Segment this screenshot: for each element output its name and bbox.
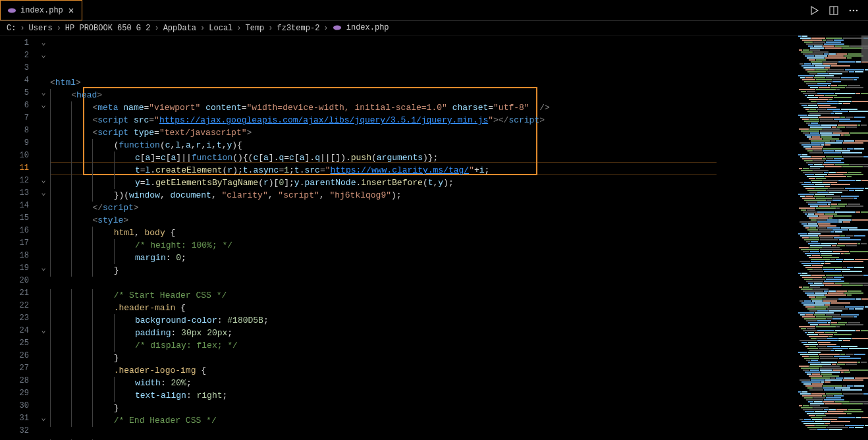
line-number: 30 [0,400,37,412]
code-line[interactable]: })(window, document, "clarity", "script"… [50,189,796,202]
code-line[interactable]: } [50,264,796,277]
fold-toggle [37,425,50,437]
breadcrumb-segment[interactable]: Users [29,24,53,33]
code-area[interactable]: <html> <head> <meta name="viewport" cont… [50,36,796,440]
line-number: 24 [0,325,37,337]
line-number: 25 [0,337,37,350]
line-number: 32 [0,425,37,437]
line-number: 14 [0,200,37,212]
fold-toggle [37,287,50,300]
line-number: 31 [0,412,37,425]
code-line[interactable]: (function(c,l,a,r,i,t,y){ [50,139,796,151]
code-line[interactable]: html, body { [50,227,796,239]
fold-toggle [37,337,50,350]
fold-toggle [37,137,50,150]
line-number: 2 [0,49,37,62]
fold-toggle[interactable]: ⌄ [37,99,50,112]
fold-toggle [37,212,50,225]
code-line[interactable]: width: 20%; [50,377,796,389]
tab-index-php[interactable]: index.php [0,0,82,20]
tabs-container: index.php [0,0,82,20]
tab-bar: index.php [0,0,868,21]
code-line[interactable]: <script type="text/javascript"> [50,126,796,139]
fold-toggle [37,200,50,212]
line-number: 13 [0,187,37,200]
code-line[interactable]: <style> [50,214,796,227]
code-line[interactable]: background-color: #180D5B; [50,314,796,327]
fold-toggle [37,300,50,312]
breadcrumb-segment[interactable]: fz3temp-2 [277,24,320,33]
code-line[interactable]: /* End Header CSS */ [50,414,796,427]
line-number: 19 [0,262,37,275]
code-editor[interactable]: 1234567891011121314151617181920212223242… [0,36,868,440]
code-line[interactable]: padding: 30px 20px; [50,327,796,339]
more-actions-icon[interactable] [848,5,859,16]
svg-point-6 [333,26,340,30]
fold-toggle[interactable]: ⌄ [37,262,50,275]
svg-point-4 [853,9,855,11]
fold-toggle[interactable]: ⌄ [37,87,50,99]
code-line[interactable]: <head> [50,89,796,101]
code-line[interactable]: </script> [50,202,796,214]
breadcrumb-segment[interactable]: HP PROBOOK 650 G 2 [65,24,151,33]
line-number: 10 [0,150,37,162]
code-line[interactable]: <html> [50,76,796,89]
fold-gutter[interactable]: ⌄⌄⌄⌄⌄⌄⌄⌄⌄ [37,36,50,440]
close-icon[interactable] [67,7,75,14]
fold-toggle[interactable]: ⌄ [37,412,50,425]
line-number: 27 [0,362,37,375]
line-number: 3 [0,62,37,74]
code-line[interactable]: y=l.getElementsByTagName(r)[0];y.parentN… [50,177,796,189]
breadcrumb-segment[interactable]: index.php [333,23,389,32]
code-line[interactable]: /* height: 100%; */ [50,239,796,252]
code-line[interactable]: /* Start Header CSS */ [50,289,796,302]
breadcrumb-segment[interactable]: AppData [163,24,196,33]
line-number: 1 [0,37,37,49]
fold-toggle [37,124,50,137]
fold-toggle[interactable]: ⌄ [37,49,50,62]
code-line[interactable]: } [50,352,796,364]
breadcrumbs[interactable]: C:›Users›HP PROBOOK 650 G 2›AppData›Loca… [0,21,868,36]
fold-toggle [37,150,50,162]
code-line[interactable] [50,427,796,439]
run-icon[interactable] [809,5,819,16]
line-number: 21 [0,287,37,300]
fold-toggle [37,225,50,237]
fold-toggle[interactable]: ⌄ [37,187,50,200]
code-line[interactable]: <script src="https://ajax.googleapis.com… [50,114,796,126]
line-number: 15 [0,212,37,225]
minimap-scrollbar[interactable] [861,36,868,62]
fold-toggle[interactable]: ⌄ [37,37,50,49]
minimap[interactable] [796,36,868,440]
fold-toggle[interactable]: ⌄ [37,325,50,337]
code-line[interactable]: t=l.createElement(r);t.async=1;t.src="ht… [50,164,796,177]
fold-toggle [37,400,50,412]
code-line[interactable]: margin: 0; [50,252,796,264]
code-line[interactable] [50,277,796,289]
breadcrumb-segment[interactable]: Temp [246,24,265,33]
breadcrumb-segment[interactable]: C: [7,24,16,33]
code-line[interactable]: c[a]=c[a]||function(){(c[a].q=c[a].q||[]… [50,151,796,164]
code-line[interactable]: <meta name="viewport" content="width=dev… [50,101,796,114]
line-number: 7 [0,112,37,124]
code-line[interactable]: text-align: right; [50,389,796,402]
fold-toggle [37,350,50,362]
code-line[interactable]: .header-logo-img { [50,364,796,377]
editor-actions [800,0,868,20]
fold-toggle [37,62,50,74]
line-number: 26 [0,350,37,362]
line-number: 22 [0,300,37,312]
chevron-right-icon: › [20,24,24,33]
fold-toggle [37,162,50,175]
chevron-right-icon: › [268,24,273,33]
split-editor-icon[interactable] [828,5,839,16]
code-line[interactable]: .header-main { [50,302,796,314]
line-number: 4 [0,74,37,87]
fold-toggle [37,375,50,387]
chevron-right-icon: › [200,24,205,33]
line-number: 6 [0,99,37,112]
code-line[interactable]: /* display: flex; */ [50,339,796,352]
breadcrumb-segment[interactable]: Local [209,24,232,33]
fold-toggle[interactable]: ⌄ [37,175,50,187]
code-line[interactable]: } [50,402,796,414]
